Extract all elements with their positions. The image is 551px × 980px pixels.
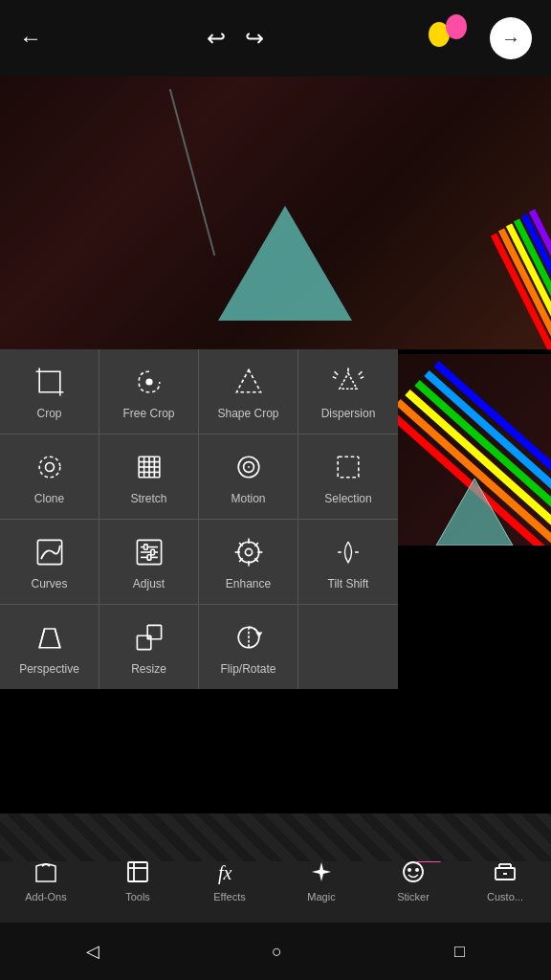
shape-crop-label: Shape Crop	[217, 407, 278, 420]
tilt-shift-icon	[329, 533, 367, 571]
svg-line-4	[524, 215, 551, 330]
motion-label: Motion	[231, 492, 265, 505]
crop-icon	[31, 363, 69, 401]
next-icon: →	[501, 28, 520, 50]
selection-label: Selection	[324, 492, 371, 505]
tool-resize[interactable]: Resize	[99, 605, 199, 689]
tool-curves[interactable]: Curves	[0, 520, 99, 604]
svg-rect-40	[150, 549, 154, 554]
flip-rotate-icon	[230, 618, 268, 657]
svg-rect-33	[338, 457, 359, 478]
tool-shape-crop[interactable]: Shape Crop	[199, 349, 298, 434]
tools-row-3: Curves Adjust	[0, 520, 398, 605]
svg-marker-67	[312, 862, 331, 881]
free-crop-label: Free Crop	[122, 407, 174, 420]
curves-label: Curves	[31, 577, 67, 590]
svg-line-56	[55, 629, 59, 648]
tools-row-2: Clone Stretch Motion	[0, 434, 398, 520]
effects-label: Effects	[213, 891, 245, 902]
redo-button[interactable]: ↪	[245, 25, 264, 52]
tools-label: Tools	[125, 891, 150, 902]
system-bar: ◁ ○ □	[0, 923, 551, 980]
adjust-icon	[130, 533, 168, 571]
resize-icon	[130, 618, 168, 657]
tools-row-4: Perspective Resize Flip/Rot	[0, 605, 398, 689]
svg-rect-39	[143, 545, 147, 549]
svg-rect-41	[147, 555, 151, 560]
svg-point-69	[408, 868, 411, 872]
rainbow-side	[393, 354, 551, 546]
resize-label: Resize	[131, 662, 166, 676]
next-button[interactable]: →	[490, 17, 532, 59]
svg-point-43	[245, 548, 252, 555]
rainbow-overlay	[393, 354, 551, 546]
top-right-actions: →	[429, 14, 532, 62]
flip-rotate-label: Flip/Rotate	[220, 662, 276, 676]
stretch-icon	[130, 448, 168, 486]
dispersion-label: Dispersion	[321, 407, 376, 420]
tool-perspective[interactable]: Perspective	[0, 605, 99, 689]
prism-beam	[169, 89, 216, 256]
diamond-pattern	[0, 813, 551, 861]
svg-marker-61	[255, 633, 262, 637]
shape-crop-icon	[230, 363, 268, 401]
image-canvas	[0, 77, 551, 349]
perspective-label: Perspective	[19, 662, 79, 676]
svg-marker-15	[340, 373, 357, 389]
svg-point-21	[39, 457, 60, 478]
tool-clone[interactable]: Clone	[0, 434, 99, 519]
top-bar: ← ↩ ↪ →	[0, 0, 551, 77]
clone-label: Clone	[34, 492, 64, 505]
svg-rect-63	[128, 862, 147, 881]
svg-text:fx: fx	[218, 862, 232, 884]
add-ons-label: Add-Ons	[25, 891, 66, 902]
svg-point-68	[404, 862, 423, 881]
curves-icon	[31, 533, 69, 571]
undo-button[interactable]: ↩	[207, 25, 226, 52]
tools-panel: Crop Free Crop Shape Crop	[0, 349, 398, 689]
rainbow-svg	[360, 158, 551, 349]
tool-enhance[interactable]: Enhance	[199, 520, 298, 604]
svg-point-13	[145, 378, 152, 385]
tilt-shift-label: Tilt Shift	[328, 577, 369, 590]
back-sys-button[interactable]: ◁	[86, 941, 99, 962]
tool-motion[interactable]: Motion	[199, 434, 298, 519]
balloon-pink	[446, 14, 467, 39]
stretch-label: Stretch	[130, 492, 166, 505]
svg-marker-14	[236, 369, 260, 391]
prism-triangle	[218, 206, 352, 321]
dispersion-icon	[329, 363, 367, 401]
custom-label: Custo...	[487, 891, 523, 902]
tool-adjust[interactable]: Adjust	[99, 520, 199, 604]
enhance-icon	[230, 533, 268, 571]
clone-icon	[31, 448, 69, 486]
svg-point-22	[45, 463, 54, 472]
magic-label: Magic	[307, 891, 335, 902]
svg-line-55	[39, 629, 44, 648]
balloon-decoration	[429, 14, 476, 62]
svg-line-18	[359, 371, 363, 375]
sticker-label: Sticker	[397, 891, 430, 902]
back-button[interactable]: ←	[19, 25, 42, 52]
svg-line-19	[361, 377, 364, 379]
tool-dispersion[interactable]: Dispersion	[298, 349, 398, 434]
recents-sys-button[interactable]: □	[454, 942, 465, 962]
tool-crop[interactable]: Crop	[0, 349, 99, 434]
svg-line-17	[333, 377, 337, 379]
free-crop-icon	[130, 363, 168, 401]
perspective-icon	[31, 618, 69, 657]
svg-point-32	[248, 466, 250, 468]
svg-line-16	[335, 371, 339, 375]
svg-point-70	[415, 868, 419, 872]
crop-label: Crop	[36, 407, 61, 420]
tool-flip-rotate[interactable]: Flip/Rotate	[199, 605, 298, 689]
tool-selection[interactable]: Selection	[298, 434, 398, 519]
tool-stretch[interactable]: Stretch	[99, 434, 199, 519]
enhance-label: Enhance	[226, 577, 271, 590]
motion-icon	[230, 448, 268, 486]
svg-line-11	[436, 364, 551, 517]
home-sys-button[interactable]: ○	[272, 942, 282, 962]
tool-free-crop[interactable]: Free Crop	[99, 349, 199, 434]
tool-tilt-shift[interactable]: Tilt Shift	[298, 520, 398, 604]
adjust-label: Adjust	[133, 577, 165, 590]
